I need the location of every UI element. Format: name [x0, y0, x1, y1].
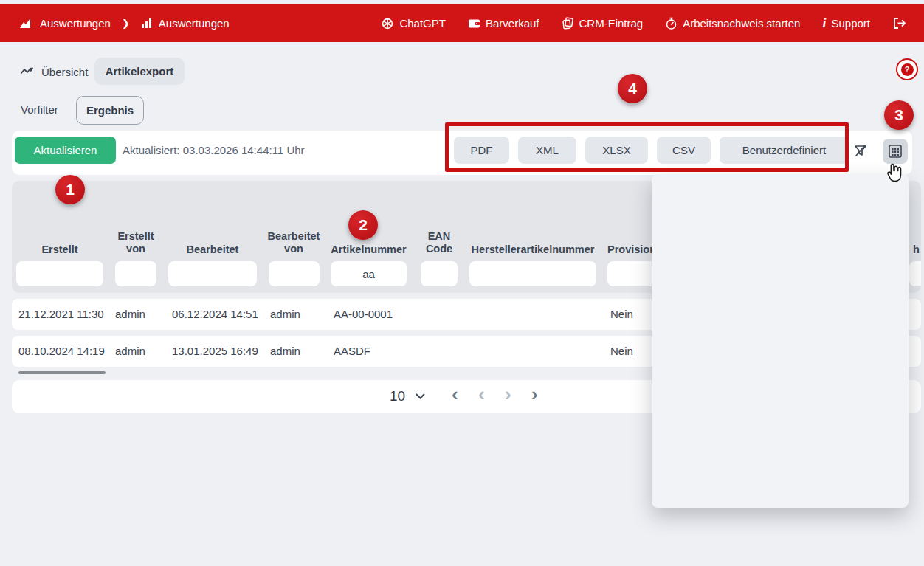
bar-chart-icon: [141, 18, 152, 29]
help-button[interactable]: ?: [896, 58, 918, 80]
export-xml-button[interactable]: XML: [518, 137, 576, 164]
breadcrumb-item-second[interactable]: Auswertungen: [159, 17, 230, 30]
crm-eintrag-button[interactable]: CRM-Eintrag: [562, 17, 644, 30]
grid-columns-icon: [889, 145, 902, 158]
tab-uebersicht[interactable]: Übersicht: [21, 63, 88, 80]
breadcrumb-item-first[interactable]: Auswertungen: [40, 17, 111, 30]
chevron-down-icon: [416, 393, 425, 399]
app-window: Auswertungen ❯ Auswertungen ChatGPT Barv…: [0, 0, 924, 566]
export-csv-button[interactable]: CSV: [657, 137, 711, 164]
support-button[interactable]: i Support: [822, 15, 870, 31]
filter-bearbeitet-von-input[interactable]: [269, 261, 320, 286]
tab-artikelexport-label: Artikelexport: [106, 65, 174, 77]
export-custom-button[interactable]: Benutzerdefiniert: [720, 137, 849, 164]
help-icon: ?: [901, 63, 914, 76]
export-pdf-button[interactable]: PDF: [454, 137, 509, 164]
arbeitsnachweis-button[interactable]: Arbeitsnachweis starten: [665, 17, 800, 30]
column-header-erstellt: Erstellt: [16, 244, 103, 256]
previous-page-button[interactable]: ‹: [478, 387, 485, 401]
export-xlsx-button[interactable]: XLSX: [585, 137, 648, 164]
filter-erstellt-input[interactable]: [16, 261, 103, 286]
chatgpt-icon: [381, 17, 394, 30]
page-size-select[interactable]: 10: [390, 388, 425, 404]
column-header-clipped-fragment: h: [913, 244, 920, 255]
column-header-artikelnummer: Artikelnummer: [323, 244, 414, 256]
column-chooser-panel: [652, 174, 909, 508]
column-header-ean-code: EAN Code: [421, 230, 458, 255]
filter-herstellerartikelnummer-input[interactable]: [469, 261, 596, 286]
subtab-ergebnis[interactable]: Ergebnis: [76, 96, 144, 125]
filter-clipped-input[interactable]: [909, 261, 921, 286]
filter-artikelnummer-input[interactable]: [331, 261, 407, 286]
topbar-actions: ChatGPT Barverkauf CRM-Eintrag Arbeitsna…: [381, 15, 924, 31]
filter-ean-code-input[interactable]: [421, 261, 458, 286]
first-page-button[interactable]: ‹: [452, 387, 458, 401]
refresh-button[interactable]: Aktualisieren: [15, 137, 116, 164]
barverkauf-button[interactable]: Barverkauf: [468, 17, 539, 30]
last-page-button[interactable]: ›: [531, 387, 538, 401]
area-chart-icon: [19, 18, 33, 29]
subtab-ergebnis-label: Ergebnis: [86, 104, 134, 117]
updated-timestamp: Aktualisiert: 03.03.2026 14:44:11 Uhr: [123, 137, 305, 164]
pulse-chart-icon: [21, 66, 35, 77]
chevron-right-icon: ❯: [122, 18, 130, 29]
top-navigation-bar: Auswertungen ❯ Auswertungen ChatGPT Barv…: [0, 4, 924, 42]
stopwatch-icon: [665, 17, 678, 30]
annotation-circle-3: 3: [884, 100, 914, 130]
tab-uebersicht-label: Übersicht: [41, 66, 88, 78]
annotation-circle-4: 4: [618, 74, 647, 103]
breadcrumb: Auswertungen ❯ Auswertungen: [0, 17, 230, 30]
column-header-erstellt-von: Erstellt von: [112, 230, 159, 255]
subtab-vorfilter[interactable]: Vorfilter: [21, 103, 58, 116]
next-page-button[interactable]: ›: [505, 387, 511, 401]
info-icon: i: [822, 15, 826, 31]
column-header-bearbeitet-von: Bearbeitet von: [264, 230, 323, 255]
horizontal-scrollbar[interactable]: [18, 371, 106, 374]
cursor-hand-icon: [884, 162, 905, 185]
subtab-vorfilter-label: Vorfilter: [21, 103, 58, 116]
copy-pages-icon: [562, 17, 574, 30]
chatgpt-button[interactable]: ChatGPT: [381, 17, 446, 30]
column-chooser-button[interactable]: [883, 139, 908, 164]
filter-erstellt-von-input[interactable]: [115, 261, 156, 286]
page-size-value: 10: [390, 388, 405, 404]
tab-artikelexport[interactable]: Artikelexport: [94, 58, 185, 85]
column-header-herstellerartikelnummer: Herstellerartikelnummer: [459, 244, 607, 256]
wallet-icon: [468, 18, 480, 29]
filter-bearbeitet-input[interactable]: [168, 261, 257, 286]
column-header-bearbeitet: Bearbeitet: [168, 244, 257, 256]
filter-off-icon[interactable]: [852, 142, 869, 159]
logout-icon[interactable]: [892, 17, 906, 30]
